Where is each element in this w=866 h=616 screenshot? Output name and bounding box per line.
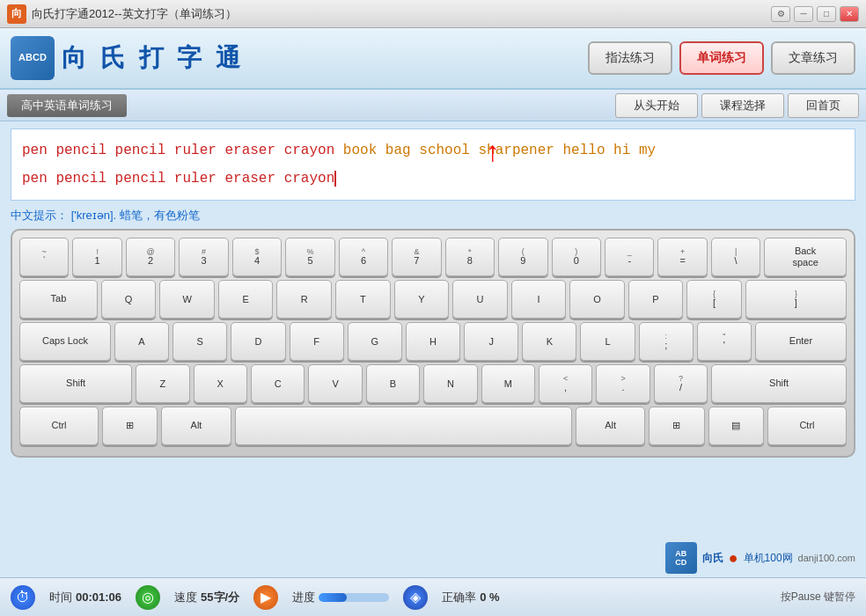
key-5[interactable]: %5 [285, 238, 334, 276]
speed-icon: ◎ [136, 585, 160, 610]
right-ctrl-key[interactable]: Ctrl [767, 407, 847, 445]
key-i[interactable]: I [511, 280, 567, 319]
accuracy-display: 正确率 0 % [442, 590, 499, 605]
key-0[interactable]: )0 [552, 238, 601, 276]
left-ctrl-key[interactable]: Ctrl [19, 407, 99, 445]
word-practice-button[interactable]: 单词练习 [679, 41, 764, 75]
key-r[interactable]: R [276, 280, 332, 319]
bottom-logos: ABCD 向氏 ● 单机100网 danji100.com [665, 542, 855, 574]
key-c[interactable]: C [251, 364, 305, 403]
key-t[interactable]: T [335, 280, 391, 319]
key-v[interactable]: V [308, 364, 362, 403]
key-lbracket[interactable]: {[ [686, 280, 742, 319]
enter-key[interactable]: Enter [755, 322, 847, 361]
window-controls: ⚙ ─ □ ✕ [771, 6, 859, 22]
left-shift-key[interactable]: Shift [19, 364, 132, 403]
key-y[interactable]: Y [394, 280, 450, 319]
key-g[interactable]: G [348, 322, 402, 361]
key-minus[interactable]: _- [605, 238, 654, 276]
key-j[interactable]: J [464, 322, 518, 361]
key-period[interactable]: >. [596, 364, 650, 403]
key-2[interactable]: @2 [126, 238, 175, 276]
key-k[interactable]: K [522, 322, 576, 361]
settings-button[interactable]: ⚙ [771, 6, 790, 22]
key-x[interactable]: X [194, 364, 247, 403]
key-backslash[interactable]: |\ [711, 238, 760, 276]
clock-icon: ⏱ [11, 585, 35, 610]
chinese-hint: 中文提示： ['kreɪən]. 蜡笔，有色粉笔 [11, 208, 855, 224]
danji-100-icon: ● [729, 549, 738, 568]
key-row-3: Caps Lock A S D F G H J K L :; "' Enter [19, 322, 847, 361]
key-row-5: Ctrl ⊞ Alt Alt ⊞ ▤ Ctrl [19, 407, 847, 445]
window-title: 向氏打字通2012--英文打字（单词练习） [32, 6, 771, 22]
key-row-4: Shift Z X C V B N M <, >. ?/ Shift [19, 364, 847, 403]
right-shift-key[interactable]: Shift [711, 364, 847, 403]
app-logo-icon: AB CD [11, 36, 55, 80]
key-n[interactable]: N [423, 364, 477, 403]
xiangshi-text: 向氏 [702, 551, 723, 566]
key-p[interactable]: P [628, 280, 684, 319]
caps-lock-key[interactable]: Caps Lock [19, 322, 111, 361]
key-u[interactable]: U [452, 280, 508, 319]
accuracy-icon: ◈ [403, 585, 428, 610]
key-semicolon[interactable]: :; [639, 322, 694, 361]
backspace-key[interactable]: Backspace [764, 238, 847, 276]
lesson-label: 高中英语单词练习 [7, 94, 127, 117]
arrow-indicator: ↑ [486, 137, 500, 165]
key-6[interactable]: ^6 [339, 238, 388, 276]
key-e[interactable]: E [218, 280, 274, 319]
key-8[interactable]: *8 [445, 238, 495, 276]
start-button[interactable]: 从头开始 [615, 93, 698, 118]
key-rbracket[interactable]: }] [745, 280, 847, 319]
key-s[interactable]: S [172, 322, 227, 361]
home-button[interactable]: 回首页 [788, 93, 859, 118]
tab-key[interactable]: Tab [19, 280, 98, 319]
key-w[interactable]: W [159, 280, 215, 319]
key-7[interactable]: &7 [392, 238, 441, 276]
key-q[interactable]: Q [101, 280, 157, 319]
close-button[interactable]: ✕ [840, 6, 859, 22]
key-comma[interactable]: <, [539, 364, 592, 403]
danji-100-text: 单机100网 [744, 551, 793, 566]
key-1[interactable]: !1 [72, 238, 121, 276]
maximize-button[interactable]: □ [817, 6, 836, 22]
key-backtick[interactable]: ~` [19, 238, 69, 276]
subnav: 高中英语单词练习 从头开始 课程选择 回首页 [0, 90, 866, 121]
app-icon: 向 [7, 4, 26, 24]
key-row-2: Tab Q W E R T Y U I O P {[ }] [19, 280, 847, 319]
key-3[interactable]: #3 [179, 238, 228, 276]
menu-key[interactable]: ▤ [708, 407, 764, 445]
statusbar: ⏱ 时间 00:01:06 ◎ 速度 55字/分 ▶ 进度 ◈ 正确率 0 % … [0, 577, 866, 616]
xiangshi-logo: ABCD [665, 542, 697, 574]
article-practice-button[interactable]: 文章练习 [771, 41, 855, 75]
key-m[interactable]: M [481, 364, 535, 403]
left-win-key[interactable]: ⊞ [102, 407, 158, 445]
text-line2: pen pencil pencil ruler eraser crayon [22, 165, 844, 193]
key-a[interactable]: A [114, 322, 169, 361]
key-l[interactable]: L [580, 322, 635, 361]
speed-display: 速度 55字/分 [174, 590, 239, 605]
key-slash[interactable]: ?/ [654, 364, 708, 403]
progress-bar-background [319, 593, 389, 602]
header: AB CD 向 氏 打 字 通 指法练习 单词练习 文章练习 [0, 28, 866, 90]
right-alt-key[interactable]: Alt [576, 407, 645, 445]
key-quote[interactable]: "' [697, 322, 752, 361]
text-display: pen pencil pencil ruler eraser crayon bo… [11, 128, 855, 201]
right-win-key[interactable]: ⊞ [649, 407, 704, 445]
key-d[interactable]: D [231, 322, 285, 361]
progress-bar-fill [319, 593, 347, 602]
minimize-button[interactable]: ─ [794, 6, 813, 22]
key-f[interactable]: F [290, 322, 344, 361]
app-logo-text: 向 氏 打 字 通 [62, 41, 244, 75]
left-alt-key[interactable]: Alt [161, 407, 231, 445]
spacebar-key[interactable] [235, 407, 572, 445]
finger-practice-button[interactable]: 指法练习 [588, 41, 672, 75]
key-4[interactable]: $4 [232, 238, 282, 276]
key-o[interactable]: O [569, 280, 625, 319]
key-equals[interactable]: += [657, 238, 707, 276]
course-select-button[interactable]: 课程选择 [701, 93, 784, 118]
key-9[interactable]: (9 [498, 238, 547, 276]
key-z[interactable]: Z [136, 364, 189, 403]
key-h[interactable]: H [406, 322, 460, 361]
key-b[interactable]: B [366, 364, 420, 403]
